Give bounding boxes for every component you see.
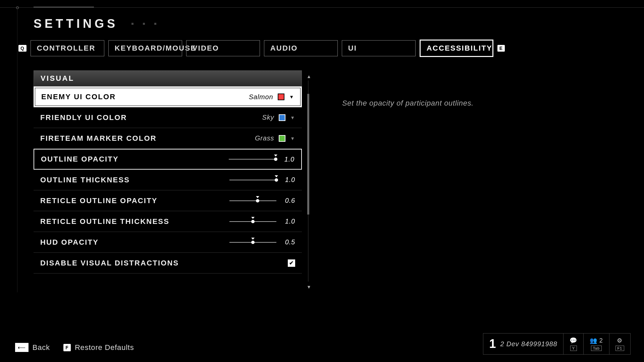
- back-button[interactable]: ⟵ Back: [15, 343, 50, 352]
- slider[interactable]: [229, 177, 276, 183]
- slider-pointer-icon: [274, 155, 277, 157]
- color-swatch: [278, 94, 284, 100]
- slider-value: 1.0: [283, 176, 295, 184]
- slider-value: 1.0: [283, 218, 295, 225]
- slider[interactable]: [229, 218, 276, 225]
- slider-value: 1.0: [282, 156, 294, 163]
- players-icon: 👥 2: [590, 337, 603, 344]
- row-value: Salmon: [249, 93, 273, 101]
- section-header-visual: VISUAL: [34, 70, 302, 86]
- tab-video[interactable]: VIDEO: [186, 40, 260, 56]
- row-reticle-outline-opacity[interactable]: RETICLE OUTLINE OPACITY 0.6: [34, 190, 302, 211]
- row-label: FRIENDLY UI COLOR: [40, 113, 127, 122]
- footer: ⟵ Back F Restore Defaults: [15, 343, 134, 352]
- row-value-group: Grass ▼: [255, 134, 295, 142]
- slider-group: 0.5: [229, 238, 295, 246]
- checkbox[interactable]: ✔: [288, 259, 295, 267]
- row-hud-opacity[interactable]: HUD OPACITY 0.5: [34, 232, 302, 253]
- slider-pointer-icon: [275, 175, 278, 177]
- slider-value: 0.5: [283, 238, 295, 246]
- settings-panel: VISUAL ENEMY UI COLOR Salmon ▼ FRIENDLY …: [34, 70, 302, 274]
- slider-group: 1.0: [229, 218, 295, 225]
- tab-ui[interactable]: UI: [342, 40, 416, 56]
- tab-keyboard-mouse[interactable]: KEYBOARD/MOUSE: [108, 40, 182, 56]
- status-chat[interactable]: 💬 Y: [563, 334, 583, 354]
- row-label: RETICLE OUTLINE OPACITY: [40, 196, 158, 205]
- slider[interactable]: [229, 156, 276, 163]
- slider-track: [229, 200, 276, 201]
- header-dots: [131, 23, 156, 25]
- slider[interactable]: [229, 239, 276, 246]
- slider-knob[interactable]: [251, 220, 255, 223]
- page-title: SETTINGS: [34, 17, 118, 31]
- color-swatch: [279, 114, 285, 121]
- tab-label: ACCESSIBILITY: [427, 44, 492, 52]
- row-value-group: Sky ▼: [262, 114, 295, 121]
- slider[interactable]: [229, 197, 276, 204]
- row-label: RETICLE OUTLINE THICKNESS: [40, 217, 169, 226]
- back-arrow-icon: ⟵: [15, 343, 29, 352]
- slider-knob[interactable]: [251, 241, 255, 244]
- status-build-text: 2 Dev 849991988: [500, 340, 557, 348]
- dot-icon: [131, 23, 133, 25]
- tab-label: KEYBOARD/MOUSE: [115, 44, 197, 52]
- color-swatch: [279, 135, 285, 142]
- status-bar: 1 2 Dev 849991988 💬 Y 👥 2 Tab ⚙ F1: [483, 333, 631, 355]
- row-fireteam-marker-color[interactable]: FIRETEAM MARKER COLOR Grass ▼: [34, 128, 302, 149]
- row-friendly-ui-color[interactable]: FRIENDLY UI COLOR Sky ▼: [34, 107, 302, 128]
- row-value: Grass: [255, 134, 274, 142]
- tab-audio[interactable]: AUDIO: [264, 40, 338, 56]
- scrollbar-thumb[interactable]: [307, 94, 309, 215]
- chevron-down-icon: ▼: [290, 115, 295, 120]
- chevron-down-icon: ▼: [289, 94, 294, 100]
- tab-label: AUDIO: [270, 44, 298, 52]
- tab-controller[interactable]: CONTROLLER: [31, 40, 104, 56]
- slider-group: 1.0: [229, 156, 294, 163]
- status-players[interactable]: 👥 2 Tab: [583, 334, 609, 354]
- tab-next-key[interactable]: E: [497, 45, 505, 52]
- row-reticle-outline-thickness[interactable]: RETICLE OUTLINE THICKNESS 1.0: [34, 211, 302, 232]
- row-label: OUTLINE OPACITY: [41, 155, 119, 164]
- slider-group: 1.0: [229, 176, 295, 184]
- slider-knob[interactable]: [256, 199, 259, 202]
- tab-bar: Q CONTROLLER KEYBOARD/MOUSE VIDEO AUDIO …: [18, 40, 505, 57]
- gear-icon: ⚙: [617, 337, 623, 344]
- row-value: Sky: [262, 114, 274, 121]
- key-badge: F: [63, 344, 71, 351]
- slider-pointer-icon: [256, 196, 259, 198]
- slider-knob[interactable]: [275, 178, 278, 182]
- row-label: OUTLINE THICKNESS: [40, 176, 130, 184]
- slider-knob[interactable]: [274, 158, 277, 161]
- tab-accessibility[interactable]: ACCESSIBILITY: [420, 40, 493, 57]
- row-value-group: Salmon ▼: [249, 93, 294, 101]
- restore-defaults-button[interactable]: F Restore Defaults: [63, 343, 134, 352]
- status-rank: 1: [489, 337, 500, 351]
- scroll-up-icon[interactable]: ▲: [307, 74, 312, 79]
- status-settings[interactable]: ⚙ F1: [609, 334, 630, 354]
- row-disable-visual-distractions[interactable]: DISABLE VISUAL DISTRACTIONS ✔: [34, 253, 302, 274]
- row-label: FIRETEAM MARKER COLOR: [40, 134, 157, 143]
- slider-track: [229, 159, 276, 160]
- slider-pointer-icon: [251, 238, 255, 240]
- dot-icon: [154, 23, 156, 25]
- slider-value: 0.6: [283, 197, 295, 204]
- tab-label: CONTROLLER: [37, 44, 96, 52]
- tab-prev-key[interactable]: Q: [18, 45, 26, 52]
- setting-description: Set the opacity of participant outlines.: [342, 99, 474, 108]
- row-label: HUD OPACITY: [40, 238, 99, 247]
- slider-group: 0.6: [229, 197, 295, 204]
- key-hint: Y: [570, 346, 577, 351]
- tab-label: VIDEO: [193, 44, 219, 52]
- row-outline-thickness[interactable]: OUTLINE THICKNESS 1.0: [34, 170, 302, 190]
- player-count: 2: [599, 337, 603, 344]
- scroll-down-icon[interactable]: ▼: [307, 284, 312, 290]
- key-hint: F1: [615, 346, 624, 351]
- chat-icon: 💬: [570, 337, 577, 344]
- top-segment: [34, 7, 94, 7]
- row-enemy-ui-color[interactable]: ENEMY UI COLOR Salmon ▼: [34, 86, 302, 107]
- left-divider: [17, 7, 17, 292]
- row-label: ENEMY UI COLOR: [41, 93, 116, 101]
- tab-label: UI: [348, 44, 357, 52]
- row-outline-opacity[interactable]: OUTLINE OPACITY 1.0: [34, 149, 302, 170]
- header: SETTINGS: [34, 17, 156, 31]
